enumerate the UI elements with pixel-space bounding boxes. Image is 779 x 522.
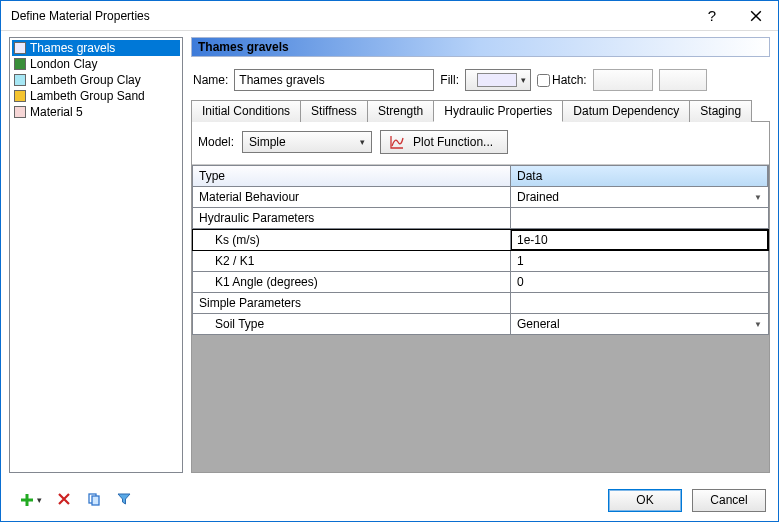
material-item-label: Lambeth Group Clay [30, 73, 141, 87]
material-header-title: Thames gravels [198, 40, 289, 54]
tab-staging[interactable]: Staging [689, 100, 752, 122]
material-swatch [14, 106, 26, 118]
funnel-icon [116, 491, 132, 507]
plot-button-label: Plot Function... [413, 135, 493, 149]
tab-strip: Initial ConditionsStiffnessStrengthHydra… [191, 99, 770, 122]
tab-body: Model: Simple ▾ Plot Function... [191, 122, 770, 473]
grid-cell-value[interactable]: 1 [511, 251, 768, 271]
grid-cell-label: Material Behaviour [193, 187, 511, 207]
grid-cell-label: K2 / K1 [193, 251, 511, 271]
model-combo[interactable]: Simple ▾ [242, 131, 372, 153]
window-title: Define Material Properties [11, 9, 690, 23]
grid-header-data[interactable]: Data [511, 166, 768, 186]
grid-cell-value[interactable]: 0 [511, 272, 768, 292]
hatch-checkbox-wrap[interactable]: Hatch: [537, 73, 587, 87]
footer: ▾ OK Cancel [1, 479, 778, 521]
chevron-down-icon: ▾ [37, 495, 42, 505]
tab-strength[interactable]: Strength [367, 100, 434, 122]
grid-cell-label: Ks (m/s) [193, 230, 511, 250]
grid-row[interactable]: K2 / K11 [192, 251, 769, 272]
material-swatch [14, 58, 26, 70]
material-header: Thames gravels [191, 37, 770, 57]
chevron-down-icon: ▾ [521, 75, 526, 85]
hatch-label: Hatch: [552, 73, 587, 87]
material-item[interactable]: Material 5 [12, 104, 180, 120]
material-item[interactable]: Thames gravels [12, 40, 180, 56]
tab-stiffness[interactable]: Stiffness [300, 100, 368, 122]
material-item[interactable]: Lambeth Group Sand [12, 88, 180, 104]
grid-cell-label: K1 Angle (degrees) [193, 272, 511, 292]
help-button[interactable]: ? [690, 1, 734, 31]
name-input[interactable] [234, 69, 434, 91]
model-row: Model: Simple ▾ Plot Function... [192, 122, 769, 165]
material-item[interactable]: London Clay [12, 56, 180, 72]
hatch-color-combo[interactable] [659, 69, 707, 91]
material-item[interactable]: Lambeth Group Clay [12, 72, 180, 88]
grid-empty-area [192, 335, 769, 472]
plot-function-button[interactable]: Plot Function... [380, 130, 508, 154]
material-swatch [14, 90, 26, 102]
tab-hydraulic-properties[interactable]: Hydraulic Properties [433, 100, 563, 122]
copy-icon [86, 491, 102, 507]
add-material-button[interactable]: ▾ [19, 492, 42, 508]
grid-row[interactable]: Soil TypeGeneral▼ [192, 314, 769, 335]
hatch-pattern-combo[interactable] [593, 69, 653, 91]
plot-icon [389, 134, 405, 150]
tab-datum-dependency[interactable]: Datum Dependency [562, 100, 690, 122]
grid-cell-value[interactable] [511, 293, 768, 313]
material-list[interactable]: Thames gravelsLondon ClayLambeth Group C… [10, 38, 182, 472]
main-panel: Thames gravels Name: Fill: ▾ Hatch: Init… [191, 37, 770, 473]
model-value: Simple [249, 135, 286, 149]
titlebar: Define Material Properties ? [1, 1, 778, 31]
chevron-down-icon: ▾ [360, 137, 365, 147]
delete-icon [56, 491, 72, 507]
grid-row[interactable]: Ks (m/s)1e-10 [192, 229, 769, 251]
material-list-panel: Thames gravelsLondon ClayLambeth Group C… [9, 37, 183, 473]
fill-color-combo[interactable]: ▾ [465, 69, 531, 91]
grid-value-text: 1e-10 [517, 233, 548, 247]
cancel-label: Cancel [710, 493, 747, 507]
help-icon: ? [708, 7, 716, 24]
cancel-button[interactable]: Cancel [692, 489, 766, 512]
material-item-label: Thames gravels [30, 41, 115, 55]
fill-label: Fill: [440, 73, 459, 87]
property-grid: Type Data Material BehaviourDrained▼Hydr… [192, 165, 769, 335]
grid-cell-value[interactable]: Drained▼ [511, 187, 768, 207]
material-item-label: Lambeth Group Sand [30, 89, 145, 103]
grid-row[interactable]: Material BehaviourDrained▼ [192, 187, 769, 208]
grid-cell-value[interactable]: General▼ [511, 314, 768, 334]
model-label: Model: [198, 135, 234, 149]
copy-material-button[interactable] [86, 491, 102, 510]
grid-cell-label: Hydraulic Parameters [193, 208, 511, 228]
dialog-window: Define Material Properties ? Thames grav… [0, 0, 779, 522]
fill-swatch [477, 73, 517, 87]
grid-header-type[interactable]: Type [193, 166, 511, 186]
grid-value-text: General [517, 317, 560, 331]
chevron-down-icon: ▼ [754, 193, 762, 202]
material-swatch [14, 74, 26, 86]
grid-row[interactable]: Hydraulic Parameters [192, 208, 769, 229]
ok-button[interactable]: OK [608, 489, 682, 512]
hatch-checkbox[interactable] [537, 74, 550, 87]
ok-label: OK [636, 493, 653, 507]
tab-initial-conditions[interactable]: Initial Conditions [191, 100, 301, 122]
svg-rect-1 [92, 496, 99, 505]
grid-header-row: Type Data [192, 165, 769, 187]
dialog-body: Thames gravelsLondon ClayLambeth Group C… [1, 31, 778, 479]
grid-row[interactable]: K1 Angle (degrees)0 [192, 272, 769, 293]
grid-row[interactable]: Simple Parameters [192, 293, 769, 314]
name-row: Name: Fill: ▾ Hatch: [193, 69, 768, 91]
grid-cell-label: Soil Type [193, 314, 511, 334]
chevron-down-icon: ▼ [754, 320, 762, 329]
grid-value-text: 0 [517, 275, 524, 289]
close-button[interactable] [734, 1, 778, 31]
grid-value-text: 1 [517, 254, 524, 268]
filter-button[interactable] [116, 491, 132, 510]
grid-cell-value[interactable]: 1e-10 [511, 230, 768, 250]
material-swatch [14, 42, 26, 54]
delete-material-button[interactable] [56, 491, 72, 510]
grid-cell-label: Simple Parameters [193, 293, 511, 313]
plus-icon [19, 492, 35, 508]
grid-cell-value[interactable] [511, 208, 768, 228]
footer-toolbar: ▾ [13, 491, 598, 510]
